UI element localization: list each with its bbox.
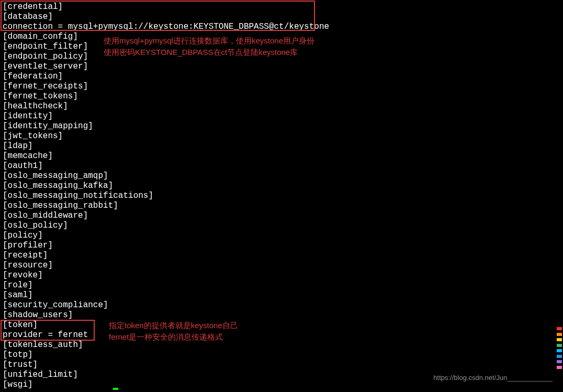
- config-line: [fernet_receipts]: [3, 82, 560, 92]
- config-line: [tokenless_auth]: [3, 340, 560, 350]
- config-line: [policy]: [3, 231, 560, 241]
- config-line: [security_compliance]: [3, 300, 560, 310]
- config-line: [oslo_messaging_rabbit]: [3, 201, 560, 211]
- scrollbar-segment: [557, 333, 562, 336]
- annotation-database: 使用mysql+pymysql进行连接数据库，使用keystone用户身份 使用…: [104, 35, 314, 58]
- scrollbar-segment: [557, 366, 562, 369]
- scrollbar-segment: [557, 349, 562, 352]
- config-line: [oslo_messaging_kafka]: [3, 181, 560, 191]
- config-line: [role]: [3, 281, 560, 290]
- scrollbar-segment: [557, 338, 562, 341]
- config-line: [oslo_policy]: [3, 221, 560, 231]
- config-line: [identity]: [3, 111, 560, 121]
- terminal-output[interactable]: [credential] [database] connection = mys…: [0, 0, 563, 392]
- config-line: [trust]: [3, 360, 560, 370]
- annotation-token: 指定token的提供者就是keystone自己 fernet是一种安全的消息传递…: [109, 320, 238, 343]
- annotation-text: fernet是一种安全的消息传递格式: [109, 331, 238, 343]
- config-line: [saml]: [3, 290, 560, 300]
- scrollbar-segment: [557, 344, 562, 347]
- config-line: [memcache]: [3, 151, 560, 161]
- config-line: [fernet_tokens]: [3, 92, 560, 102]
- config-line: [oauth1]: [3, 161, 560, 171]
- scrollbar-segment: [557, 327, 562, 330]
- config-line: [database]: [3, 12, 560, 22]
- config-line: [revoke]: [3, 271, 560, 281]
- config-line: [jwt_tokens]: [3, 131, 560, 141]
- config-line: [federation]: [3, 72, 560, 82]
- config-line: connection = mysql+pymysql://keystone:KE…: [3, 22, 560, 32]
- config-line: [totp]: [3, 350, 560, 360]
- config-line: [oslo_middleware]: [3, 211, 560, 221]
- annotation-text: 指定token的提供者就是keystone自己: [109, 320, 238, 331]
- config-line: [shadow_users]: [3, 310, 560, 320]
- config-line: [identity_mapping]: [3, 121, 560, 131]
- config-line: [eventlet_server]: [3, 62, 560, 72]
- scrollbar-segment: [557, 355, 562, 358]
- config-line: [oslo_messaging_notifications]: [3, 191, 560, 201]
- scrollbar-indicator[interactable]: [557, 327, 562, 369]
- config-line: [receipt]: [3, 251, 560, 261]
- config-line: [ldap]: [3, 141, 560, 151]
- config-line: [credential]: [3, 2, 560, 12]
- annotation-text: 使用mysql+pymysql进行连接数据库，使用keystone用户身份: [104, 35, 314, 47]
- config-line: [token]: [3, 320, 560, 330]
- cursor-icon: [113, 388, 118, 390]
- config-line: [profiler]: [3, 241, 560, 251]
- config-line: provider = fernet: [3, 330, 560, 340]
- config-line: [resource]: [3, 261, 560, 271]
- config-line: [oslo_messaging_amqp]: [3, 171, 560, 181]
- config-line: [healthcheck]: [3, 102, 560, 111]
- watermark-text: https://blog.csdn.net/Jun____________: [433, 373, 553, 383]
- annotation-text: 使用密码KEYSTONE_DBPASS在ct节点登陆keystone库: [104, 47, 314, 58]
- scrollbar-segment: [557, 360, 562, 363]
